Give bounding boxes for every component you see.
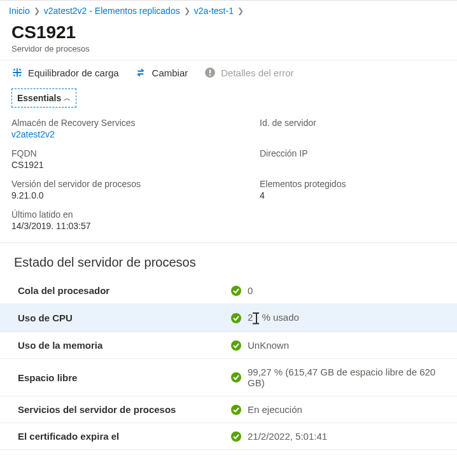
page-header: CS1921 Servidor de procesos <box>0 18 457 60</box>
field-label: Versión del servidor de procesos <box>11 179 253 189</box>
field-label: Id. de servidor <box>260 118 446 128</box>
load-balancer-label: Equilibrador de carga <box>28 67 119 78</box>
status-value: 99,27 % (615,47 GB de espacio libre de 6… <box>248 367 451 388</box>
essentials-panel: Almacén de Recovery Services v2atest2v2 … <box>0 108 457 240</box>
field-ip: Dirección IP <box>260 148 446 170</box>
status-label: Uso de la memoria <box>0 332 213 359</box>
status-label: Servicios del servidor de procesos <box>0 396 213 423</box>
ok-icon <box>231 286 241 296</box>
field-value: 4 <box>260 190 446 200</box>
field-last-heartbeat: Último latido en 14/3/2019. 11:03:57 <box>11 209 253 231</box>
divider <box>0 242 457 249</box>
status-label: El certificado expira el <box>0 423 213 450</box>
status-table: Cola del procesador 0 Uso de CPU 2 % usa… <box>0 277 457 450</box>
status-value: 0 <box>248 285 253 296</box>
field-value: CS1921 <box>11 160 253 170</box>
switch-icon <box>136 67 147 78</box>
chevron-right-icon: ❯ <box>184 6 190 15</box>
chevron-right-icon: ❯ <box>34 6 40 15</box>
chevron-up-icon: ︿ <box>64 94 71 103</box>
table-row: Espacio libre 99,27 % (615,47 GB de espa… <box>0 359 457 396</box>
field-label: Último latido en <box>11 209 253 220</box>
toolbar: Equilibrador de carga Cambiar Detalles d… <box>0 60 457 85</box>
status-value: 21/2/2022, 5:01:41 <box>248 431 327 442</box>
recovery-vault-link[interactable]: v2atest2v2 <box>11 129 253 139</box>
status-value-cell: 21/2/2022, 5:01:41 <box>231 431 451 442</box>
switch-label: Cambiar <box>152 67 188 78</box>
status-value-cell: 0 <box>231 285 451 296</box>
field-fqdn: FQDN CS1921 <box>11 148 253 170</box>
status-value: UnKnown <box>248 340 289 351</box>
status-value-cell: UnKnown <box>231 340 451 351</box>
ok-icon <box>231 405 241 415</box>
table-row: Uso de la memoria UnKnown <box>0 332 457 359</box>
field-ps-version: Versión del servidor de procesos 9.21.0.… <box>11 179 253 200</box>
load-balancer-icon <box>11 67 23 78</box>
breadcrumb: Inicio ❯ v2atest2v2 - Elementos replicad… <box>0 0 457 18</box>
table-row: Cola del procesador 0 <box>0 277 457 304</box>
table-row: Servicios del servidor de procesos En ej… <box>0 396 457 423</box>
field-label: FQDN <box>11 148 253 158</box>
breadcrumb-item-test[interactable]: v2a-test-1 <box>194 6 234 16</box>
status-heading: Estado del servidor de procesos <box>0 249 457 277</box>
error-icon <box>204 67 216 78</box>
text-cursor-icon <box>251 312 260 324</box>
status-value-cell: En ejecución <box>231 404 451 415</box>
svg-rect-1 <box>209 70 211 74</box>
status-value-cell: 99,27 % (615,47 GB de espacio libre de 6… <box>231 367 451 388</box>
page-title: CS1921 <box>11 22 446 43</box>
switch-button[interactable]: Cambiar <box>136 67 188 78</box>
ok-icon <box>231 431 241 442</box>
field-protected-items: Elementos protegidos 4 <box>260 179 446 200</box>
field-value: 14/3/2019. 11:03:57 <box>11 221 253 231</box>
field-label: Almacén de Recovery Services <box>11 118 253 128</box>
error-details-label: Detalles del error <box>221 67 293 78</box>
field-server-id: Id. de servidor <box>260 118 446 139</box>
load-balancer-button[interactable]: Equilibrador de carga <box>11 67 119 78</box>
status-value: 2 % usado <box>248 312 299 324</box>
field-label: Elementos protegidos <box>260 179 446 189</box>
status-value: En ejecución <box>248 404 302 415</box>
table-row: El certificado expira el 21/2/2022, 5:01… <box>0 423 457 450</box>
table-row: Uso de CPU 2 % usado <box>0 304 457 332</box>
status-label: Cola del procesador <box>0 277 213 304</box>
essentials-toggle-label: Essentials <box>17 93 61 103</box>
field-label: Dirección IP <box>260 148 446 158</box>
ok-icon <box>231 372 241 382</box>
status-label: Espacio libre <box>0 359 213 396</box>
field-value: 9.21.0.0 <box>11 190 253 200</box>
page-subtitle: Servidor de procesos <box>11 44 446 53</box>
chevron-right-icon: ❯ <box>237 6 244 15</box>
ok-icon <box>231 340 241 351</box>
svg-rect-2 <box>209 74 211 76</box>
error-details-button: Detalles del error <box>204 67 293 78</box>
status-value-cell: 2 % usado <box>231 312 451 324</box>
breadcrumb-item-home[interactable]: Inicio <box>9 6 30 16</box>
essentials-toggle[interactable]: Essentials ︿ <box>11 88 76 108</box>
breadcrumb-item-vault[interactable]: v2atest2v2 - Elementos replicados <box>44 6 180 16</box>
ok-icon <box>231 313 241 323</box>
status-label: Uso de CPU <box>0 304 213 332</box>
field-recovery-vault: Almacén de Recovery Services v2atest2v2 <box>11 118 253 139</box>
